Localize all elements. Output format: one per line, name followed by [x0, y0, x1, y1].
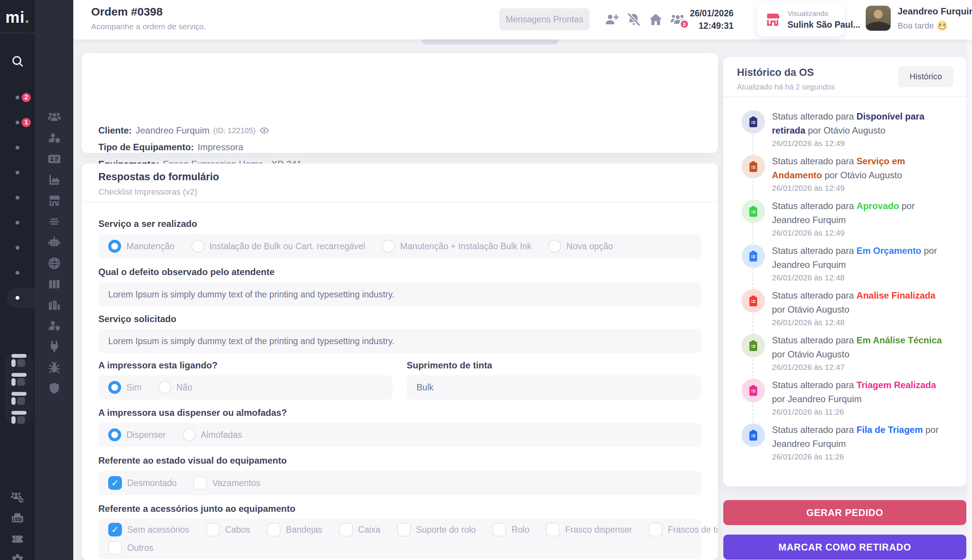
defect-field-value[interactable]: Lorem Ipsum is simply dummy text of the … — [99, 282, 701, 307]
sidebar-nav-item[interactable] — [0, 135, 35, 160]
radio-option[interactable]: Manutenção — [108, 240, 175, 253]
sidebar-item-city[interactable] — [35, 294, 73, 315]
history-timeline: Status alterado para Disponível para ret… — [723, 109, 966, 467]
radio-option[interactable]: Não — [158, 381, 192, 394]
app-logo[interactable]: mi. — [0, 8, 35, 27]
page-title: Ordem #0398 — [91, 5, 162, 18]
sidebar-nav-item[interactable] — [0, 260, 35, 285]
status-author: Jeandreo Furquim — [772, 260, 846, 270]
nav-dot-icon — [15, 121, 19, 125]
sidebar-nav-item[interactable]: 1 — [0, 110, 35, 135]
sidebar-nav-item[interactable] — [0, 210, 35, 235]
sidebar-nav-list: 2 1 — [0, 85, 35, 310]
fax-icon[interactable] — [10, 511, 25, 525]
sidebar-item-plug[interactable] — [35, 336, 73, 357]
sidebar-item-map[interactable] — [35, 273, 73, 294]
ticket-icon[interactable] — [10, 532, 25, 546]
radio-option[interactable]: Nova opção — [548, 240, 613, 253]
history-item-date: 26/01/2026 às 11:26 — [772, 452, 947, 462]
workspace-layout-icon[interactable] — [10, 373, 28, 386]
sidebar-item-id-card[interactable] — [35, 148, 73, 169]
status-author: Otávio Augusto — [787, 349, 849, 359]
sidebar-item-shield[interactable] — [35, 378, 73, 399]
sidebar-nav-item[interactable] — [0, 160, 35, 185]
history-item-text: Status alterado para Triagem Realizada p… — [772, 378, 947, 406]
history-item: Status alterado para Disponível para ret… — [723, 109, 966, 154]
home-icon[interactable] — [648, 12, 664, 28]
checkbox-option[interactable]: Caixa — [339, 523, 381, 537]
nav-dot-icon — [15, 171, 19, 175]
history-button[interactable]: Histórico — [898, 66, 954, 87]
grinning-emoji-icon — [937, 20, 947, 31]
power-radio-group: Sim Não — [99, 375, 392, 400]
mark-picked-up-button[interactable]: MARCAR COMO RETIRADO — [723, 535, 966, 560]
checkbox-option[interactable]: Frascos de tinta separados — [649, 523, 718, 537]
store-switcher-card[interactable]: Visualizando Sulink São Paul... — [757, 3, 844, 37]
sidebar-item-list[interactable] — [35, 211, 73, 232]
checkbox-option[interactable]: Cabos — [206, 523, 250, 537]
radio-option[interactable]: Sim — [108, 381, 142, 394]
sidebar-item-store[interactable] — [35, 190, 73, 211]
status-name: Analise Finalizada — [857, 290, 935, 300]
requested-service-value[interactable]: Lorem Ipsum is simply dummy text of the … — [99, 329, 701, 353]
status-author: Jeandreo Furquim — [772, 215, 846, 225]
checkbox-option[interactable]: Vazamentos — [193, 476, 260, 490]
workspace-layout-icon[interactable] — [10, 353, 28, 367]
ready-messages-button[interactable]: Mensagens Prontas — [499, 8, 590, 30]
customers-icon[interactable]: 0 — [670, 12, 686, 28]
search-icon[interactable] — [10, 54, 25, 68]
sidebar-nav-item[interactable]: 2 — [0, 85, 35, 110]
generate-order-button[interactable]: GERAR PEDIDO — [723, 500, 966, 525]
checkbox-option[interactable]: Frasco dispenser — [546, 523, 632, 537]
checkbox-option[interactable]: Sem acessórios — [108, 523, 189, 537]
sidebar-item-globe[interactable] — [35, 253, 73, 273]
history-title: Histórico da OS — [737, 67, 814, 78]
radio-option[interactable]: Instalação de Bulk ou Cart. recarregável — [191, 240, 365, 253]
radio-option[interactable]: Manutenção + Instalação Bulk Ink — [382, 240, 531, 253]
workspace-layout-icon[interactable] — [10, 392, 28, 405]
checkbox-option[interactable]: Rolo — [493, 523, 529, 537]
requested-service-label: Serviço solicitado — [99, 314, 176, 324]
ink-supply-label: Suprimento de tinta — [407, 360, 492, 371]
eye-icon[interactable] — [259, 126, 269, 135]
history-updated-text: Atualizado há há 2 segundos — [737, 83, 835, 92]
checkbox-icon — [397, 523, 411, 537]
sidebar-item-bug[interactable] — [35, 357, 73, 378]
workspace-layout-icon[interactable] — [10, 410, 28, 424]
user-avatar[interactable] — [866, 6, 891, 31]
radio-icon — [382, 240, 395, 253]
notifications-muted-icon[interactable] — [626, 12, 642, 28]
sidebar-primary-rail: mi. 2 1 — [0, 0, 35, 560]
checkbox-icon — [546, 523, 559, 537]
checkbox-icon — [193, 476, 207, 490]
checkbox-option[interactable]: Suporte do rolo — [397, 523, 476, 537]
radio-option[interactable]: Almofadas — [183, 428, 242, 441]
nav-dot-icon — [15, 296, 19, 300]
sidebar-item-user-shield-2[interactable] — [35, 315, 73, 336]
checkbox-option[interactable]: Desmontado — [108, 476, 177, 490]
gear-icon[interactable] — [10, 553, 25, 560]
scrollbar-track[interactable] — [967, 40, 972, 560]
sidebar-nav-item[interactable] — [0, 185, 35, 210]
scrolled-button-partial[interactable] — [421, 40, 559, 44]
radio-option[interactable]: Dispenser — [108, 428, 166, 441]
status-name: Em Análise Técnica — [857, 335, 942, 345]
status-author: Otávio Augusto — [787, 304, 849, 315]
sidebar-item-robot[interactable] — [35, 232, 73, 253]
page-subtitle: Acompanhe a ordem de serviço. — [91, 22, 206, 31]
ink-supply-value[interactable]: Bulk — [407, 375, 701, 400]
checkbox-option[interactable]: Outros — [108, 541, 154, 555]
sidebar-item-reports-chart[interactable] — [35, 169, 73, 190]
defect-field-label: Qual o defeito observado pelo atendente — [99, 267, 274, 277]
sidebar-item-user-shield[interactable] — [35, 127, 73, 148]
history-item-text: Status alterado para Disponível para ret… — [772, 109, 947, 137]
users-settings-icon[interactable] — [10, 490, 25, 505]
checkbox-option[interactable]: Bandejas — [267, 523, 322, 537]
checkbox-label: Rolo — [511, 525, 529, 535]
sidebar-nav-item[interactable] — [0, 235, 35, 260]
sidebar-item-users[interactable] — [35, 107, 73, 127]
sidebar-nav-item[interactable] — [0, 285, 35, 310]
radio-label: Nova opção — [566, 241, 613, 252]
customers-badge: 0 — [679, 19, 690, 29]
add-user-icon[interactable] — [604, 12, 620, 28]
